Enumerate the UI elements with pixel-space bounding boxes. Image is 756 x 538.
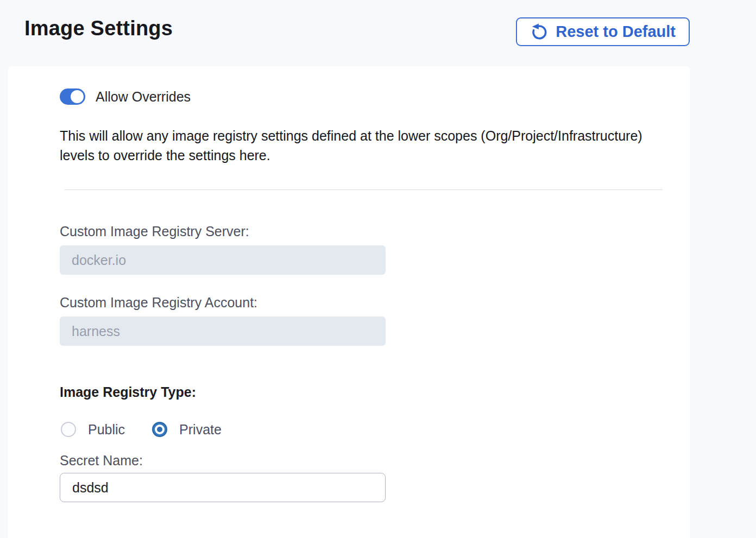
registry-type-label: Image Registry Type: [60,384,665,400]
radio-public-circle [61,422,76,437]
secret-name-field: Secret Name: [60,453,665,502]
divider [65,189,663,190]
settings-card: Allow Overrides This will allow any imag… [8,66,690,538]
secret-name-input[interactable] [60,473,386,502]
registry-account-label: Custom Image Registry Account: [60,295,665,310]
registry-account-input[interactable] [60,317,386,346]
allow-overrides-toggle[interactable] [60,88,85,105]
toggle-knob [71,90,84,103]
reset-to-default-button[interactable]: Reset to Default [516,17,690,46]
reset-button-label: Reset to Default [556,23,676,41]
allow-overrides-label: Allow Overrides [96,89,191,105]
radio-option-public[interactable]: Public [61,422,125,438]
secret-name-label: Secret Name: [60,453,665,468]
registry-server-label: Custom Image Registry Server: [60,224,665,239]
radio-option-private[interactable]: Private [152,422,222,438]
page-header: Image Settings Reset to Default [0,0,756,66]
page-title: Image Settings [24,18,173,39]
radio-public-label: Public [88,422,125,438]
registry-server-input[interactable] [60,245,386,275]
radio-private-circle [152,422,167,437]
registry-server-field: Custom Image Registry Server: [60,224,665,275]
registry-type-options: Public Private [61,421,665,438]
allow-overrides-row: Allow Overrides [60,88,665,105]
reset-icon [530,23,549,41]
registry-account-field: Custom Image Registry Account: [60,295,665,346]
override-description: This will allow any image registry setti… [60,126,665,165]
radio-private-label: Private [179,422,222,438]
